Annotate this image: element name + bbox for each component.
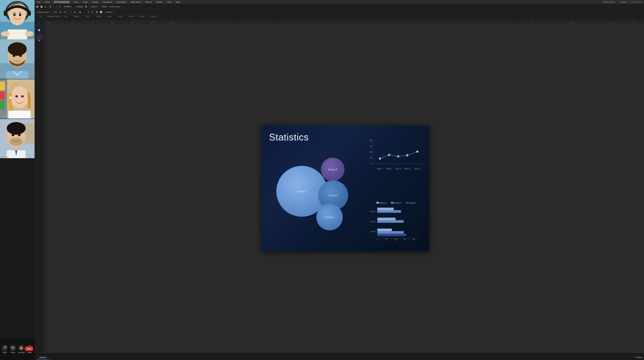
slide-2-thumb[interactable]: 2 ⚙️ bbox=[36, 32, 42, 41]
svg-text:16: 16 bbox=[48, 22, 51, 23]
tb-table-btn[interactable]: ⊞ Table ▾ bbox=[63, 4, 72, 9]
svg-rect-38 bbox=[44, 21, 322, 24]
svg-point-25 bbox=[10, 86, 28, 108]
tb-textformat-btn[interactable]: Aa bbox=[73, 10, 77, 14]
svg-point-16 bbox=[12, 55, 15, 57]
rl-para-styles: Paragraph Styles bbox=[46, 15, 60, 17]
tb-group2-para: Paragraph Styles ▾ bbox=[35, 10, 52, 14]
slide-panel: 1 📊 2 ⚙️ bbox=[34, 21, 44, 180]
menu-help[interactable]: Help bbox=[175, 0, 181, 3]
svg-text:15: 15 bbox=[71, 22, 74, 23]
tb-arrow-btn[interactable]: → bbox=[82, 10, 86, 14]
menu-animations[interactable]: Animations bbox=[116, 0, 128, 3]
tb-shapes-btn[interactable]: ◻ Shapes bbox=[74, 4, 84, 9]
horizontal-ruler: 16 15 14 13 12 11 10 9 8 7 6 5 4 3 2 1 0… bbox=[44, 21, 322, 24]
svg-rect-24 bbox=[0, 100, 5, 109]
rl-slides: Slides bbox=[115, 15, 126, 17]
ribbon-labels: File Paragraph Styles Text Shapes Table … bbox=[34, 15, 322, 18]
tb-group2-image: 🖼 📝 bbox=[95, 10, 104, 14]
tb-align-btn[interactable]: ≡ bbox=[55, 4, 58, 9]
tb-shortcut-btn[interactable]: Shortcut Keys " bbox=[108, 4, 122, 9]
menu-view[interactable]: View bbox=[166, 0, 172, 3]
tb-save-btn[interactable]: 💾 bbox=[40, 4, 44, 9]
menu-design[interactable]: Design bbox=[91, 0, 99, 3]
tb-group-format: B I ≡ ☰ bbox=[49, 4, 62, 9]
toolbar-row2: Paragraph Styles ▾ 24 ▾ A▲ A▼ T Aa ◼ → ⧉… bbox=[34, 9, 322, 15]
video-tile-jacob[interactable]: Jacob bbox=[0, 40, 34, 79]
rl-text: Text bbox=[60, 15, 71, 17]
svg-text:3: 3 bbox=[311, 22, 313, 23]
menu-insert[interactable]: Insert bbox=[72, 0, 80, 3]
tb-group-layout: Layout ▾ bbox=[90, 4, 99, 9]
svg-text:10: 10 bbox=[171, 22, 174, 23]
tb-group-right: ? Help ▾ Shortcut Keys " bbox=[100, 4, 122, 9]
participant-name-andrew: Andrew bbox=[1, 155, 8, 157]
tb-layout-btn[interactable]: Layout ▾ bbox=[90, 4, 98, 9]
svg-text:7: 7 bbox=[231, 22, 233, 23]
video-tile-andrew[interactable]: Andrew bbox=[0, 119, 34, 158]
menu-home[interactable]: Home bbox=[44, 0, 51, 3]
tb-font-size-btn[interactable]: 24 ▾ bbox=[53, 10, 58, 14]
svg-text:5: 5 bbox=[271, 22, 273, 23]
vertical-ruler: 8 7 6 5 4 3 2 1 0 1 2 3 4 5 6 bbox=[44, 24, 47, 180]
tb-print-btn[interactable]: 🖨 bbox=[44, 4, 47, 9]
menu-review[interactable]: Review bbox=[155, 0, 164, 3]
tb-para-styles-btn[interactable]: Paragraph Styles ▾ bbox=[35, 10, 51, 14]
tb-slides-btn[interactable]: ⧉ bbox=[87, 10, 90, 14]
svg-point-15 bbox=[8, 42, 27, 56]
menu-transitions[interactable]: Transitions bbox=[102, 0, 113, 3]
tb-shape-fill-btn[interactable]: ◼ bbox=[78, 10, 82, 14]
svg-point-11 bbox=[25, 31, 34, 36]
svg-rect-5 bbox=[4, 11, 7, 16]
menu-record[interactable]: Record bbox=[144, 0, 153, 3]
svg-point-17 bbox=[19, 55, 22, 57]
rl-table: Table bbox=[82, 15, 93, 17]
menu-ppt-productivity[interactable]: PPT Productivity bbox=[53, 0, 70, 3]
menu-file[interactable]: File bbox=[36, 0, 42, 3]
svg-text:8: 8 bbox=[211, 22, 213, 23]
tb-stamps-btn[interactable]: Stamps ▾ bbox=[105, 10, 114, 14]
svg-rect-22 bbox=[0, 81, 5, 90]
tb-bold-btn[interactable]: B bbox=[49, 4, 52, 9]
menu-draw[interactable]: Draw bbox=[82, 0, 89, 3]
tb-list-btn[interactable]: ☰ bbox=[58, 4, 61, 9]
tb-help-btn[interactable]: ? Help ▾ bbox=[100, 4, 108, 9]
rl-image: Image bbox=[93, 15, 104, 17]
menu-bar: File Home PPT Productivity Insert Draw D… bbox=[34, 0, 322, 4]
tb-image2-btn[interactable]: 🖼 bbox=[95, 10, 99, 14]
menu-slide-show[interactable]: Slide Show bbox=[130, 0, 142, 3]
tb-notes2-btn[interactable]: 📝 bbox=[99, 10, 103, 14]
tb-slides2-btn[interactable]: ⊞ bbox=[90, 10, 94, 14]
video-tile-tiffany[interactable]: Tiffany bbox=[0, 79, 34, 119]
tb-image-btn[interactable]: 🖼 bbox=[84, 4, 88, 9]
svg-point-36 bbox=[18, 134, 21, 136]
svg-text:6: 6 bbox=[251, 22, 253, 23]
svg-point-35 bbox=[12, 134, 14, 136]
tb-font-a-btn[interactable]: A▲ bbox=[58, 10, 63, 14]
svg-point-8 bbox=[19, 13, 21, 16]
slide-title: Statistics bbox=[269, 132, 309, 143]
ribbon: File Home PPT Productivity Insert Draw D… bbox=[34, 0, 322, 21]
slide[interactable]: Statistics Group 1 Group 3 Group 4 Group… bbox=[262, 126, 322, 180]
slide-1-thumb[interactable]: 1 📊 bbox=[36, 22, 42, 31]
svg-point-26 bbox=[15, 95, 18, 97]
bubble-group1: Group 1 bbox=[276, 166, 322, 180]
svg-text:13: 13 bbox=[111, 22, 114, 23]
bubble-chart: Group 1 Group 3 Group 4 Group 2 bbox=[267, 142, 322, 180]
tb-italic-btn[interactable]: I bbox=[52, 4, 54, 9]
toolbar-row1: 📁 💾 🖨 B I ≡ ☰ ⊞ Table ▾ ◻ Shapes 🖼 Layou… bbox=[34, 4, 322, 9]
tb-font-a-down-btn[interactable]: A▼ bbox=[63, 10, 68, 14]
participant-name-jacob: Jacob bbox=[1, 76, 6, 78]
svg-text:4: 4 bbox=[291, 22, 293, 23]
slide-canvas: Statistics Group 1 Group 3 Group 4 Group… bbox=[47, 24, 322, 180]
rl-footer: Footer bbox=[137, 15, 148, 17]
rl-header: Header bbox=[126, 15, 137, 17]
rl-shapes: Shapes bbox=[71, 15, 82, 17]
video-tile-alice[interactable]: Alice bbox=[0, 0, 34, 39]
svg-text:12: 12 bbox=[131, 22, 134, 23]
svg-rect-9 bbox=[8, 29, 27, 39]
svg-text:11: 11 bbox=[151, 22, 154, 23]
tb-file-btn[interactable]: 📁 bbox=[35, 4, 39, 9]
svg-rect-6 bbox=[28, 11, 31, 16]
tb-textbox-btn[interactable]: T bbox=[70, 10, 72, 14]
